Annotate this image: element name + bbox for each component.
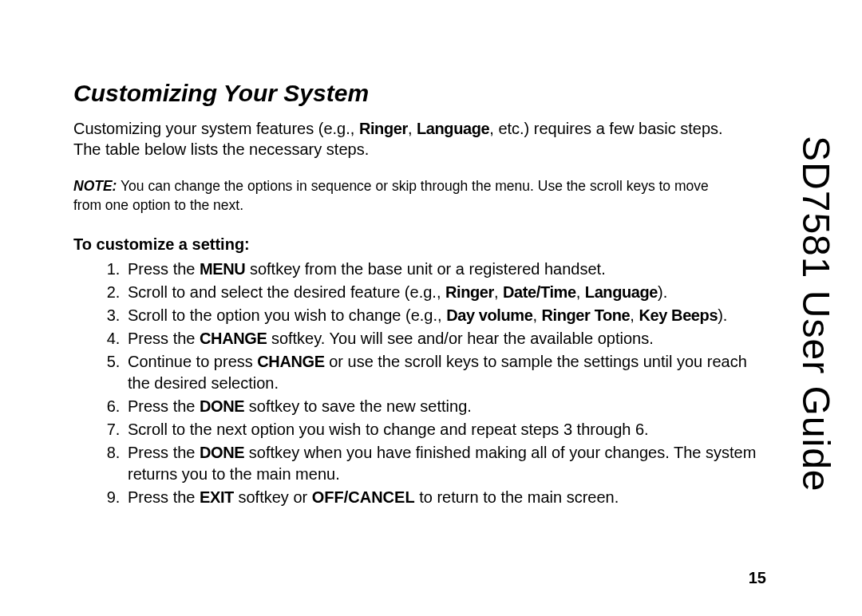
step-text: softkey or: [234, 488, 312, 506]
step-item: Press the EXIT softkey or OFF/CANCEL to …: [125, 487, 766, 508]
softkey-exit: EXIT: [200, 488, 234, 506]
intro-text: ,: [408, 120, 417, 137]
sub-heading: To customize a setting:: [73, 235, 766, 254]
step-text: ,: [494, 283, 503, 301]
hardkey-off-cancel: OFF/CANCEL: [312, 488, 415, 506]
step-text: ,: [630, 306, 639, 324]
softkey-done: DONE: [200, 397, 244, 415]
term-day-volume: Day volume: [446, 306, 532, 324]
term-language: Language: [417, 120, 489, 137]
step-text: ,: [576, 283, 585, 301]
intro-text: Customizing your system features (e.g.,: [73, 120, 359, 137]
softkey-menu: MENU: [200, 260, 245, 278]
step-text: ,: [532, 306, 541, 324]
step-text: Continue to press: [128, 353, 257, 370]
step-text: softkey. You will see and/or hear the av…: [267, 330, 653, 347]
softkey-change: CHANGE: [200, 330, 267, 347]
term-key-beeps: Key Beeps: [639, 306, 718, 324]
step-text: Press the: [128, 330, 200, 347]
note-text: You can change the options in sequence o…: [73, 178, 709, 213]
step-item: Scroll to and select the desired feature…: [125, 282, 766, 303]
step-item: Scroll to the option you wish to change …: [125, 305, 766, 326]
step-text: Press the: [128, 260, 200, 278]
intro-paragraph: Customizing your system features (e.g., …: [73, 118, 728, 160]
step-text: Scroll to the option you wish to change …: [128, 306, 446, 324]
section-heading: Customizing Your System: [73, 80, 766, 107]
term-ringer-tone: Ringer Tone: [542, 306, 631, 324]
document-page: SD7581 User Guide Customizing Your Syste…: [0, 0, 862, 616]
step-item: Press the DONE softkey to save the new s…: [125, 396, 766, 417]
note-paragraph: NOTE: You can change the options in sequ…: [73, 177, 728, 215]
step-text: Scroll to the next option you wish to ch…: [128, 421, 649, 438]
softkey-change: CHANGE: [257, 353, 324, 370]
step-text: Scroll to and select the desired feature…: [128, 283, 445, 301]
step-item: Press the MENU softkey from the base uni…: [125, 259, 766, 280]
steps-list: Press the MENU softkey from the base uni…: [73, 259, 766, 508]
step-text: softkey from the base unit or a register…: [245, 260, 605, 278]
step-text: to return to the main screen.: [415, 488, 619, 506]
side-title: SD7581 User Guide: [794, 136, 838, 492]
step-text: ).: [658, 283, 667, 301]
term-ringer: Ringer: [359, 120, 408, 137]
step-text: softkey to save the new setting.: [244, 397, 472, 415]
term-ringer: Ringer: [445, 283, 494, 301]
step-item: Press the CHANGE softkey. You will see a…: [125, 328, 766, 349]
step-text: ).: [718, 306, 727, 324]
step-text: Press the: [128, 488, 200, 506]
step-item: Press the DONE softkey when you have fin…: [125, 442, 766, 485]
note-label: NOTE:: [73, 178, 117, 194]
page-number: 15: [749, 569, 766, 587]
step-item: Scroll to the next option you wish to ch…: [125, 419, 766, 440]
step-item: Continue to press CHANGE or use the scro…: [125, 351, 766, 394]
softkey-done: DONE: [200, 444, 244, 461]
term-language: Language: [585, 283, 658, 301]
step-text: Press the: [128, 444, 200, 461]
step-text: Press the: [128, 397, 200, 415]
term-datetime: Date/Time: [503, 283, 576, 301]
